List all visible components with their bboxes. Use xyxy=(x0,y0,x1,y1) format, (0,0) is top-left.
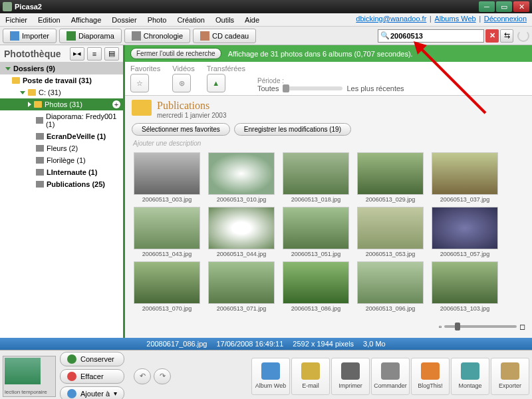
close-button[interactable]: ✕ xyxy=(513,1,529,12)
menu-file[interactable]: Fichier xyxy=(0,15,33,25)
view-toggle-3[interactable]: ▤ xyxy=(104,47,119,61)
clear-button[interactable]: Effacer xyxy=(60,369,124,384)
filter-uploaded-button[interactable]: ▲ xyxy=(207,74,225,92)
timeline-button[interactable]: Chronologie xyxy=(124,29,190,43)
thumb-image xyxy=(208,207,275,249)
tree-c[interactable]: C: (31) xyxy=(0,86,123,98)
thumbnail[interactable]: 20060513_070.jpg xyxy=(132,261,202,312)
thumbnail[interactable]: 20060513_096.jpg xyxy=(355,261,426,312)
tree-dossiers[interactable]: Dossiers (9) xyxy=(0,63,123,74)
thumb-caption: 20060513_003.jpg xyxy=(132,196,202,203)
action-icon xyxy=(461,362,479,380)
thumb-image xyxy=(357,261,424,304)
filter-favorites-button[interactable]: ☆ xyxy=(130,74,149,92)
slider-knob[interactable] xyxy=(283,84,289,92)
thumbnail[interactable]: 20060513_003.jpg xyxy=(132,152,202,203)
save-changes-button[interactable]: Enregistrer les modifications (19) xyxy=(234,123,351,136)
rotate-right-button[interactable]: ↷ xyxy=(154,368,171,384)
thumb-icon xyxy=(36,181,44,188)
albums-web-link[interactable]: Albums Web xyxy=(434,15,475,23)
action-commander[interactable]: Commander xyxy=(371,358,410,395)
menu-photo[interactable]: Photo xyxy=(142,15,172,25)
tree-item-label: Diaporama: Fredy001 (1) xyxy=(46,112,120,128)
period-slider[interactable] xyxy=(283,86,342,90)
sidebar: Photothèque ▸◂ ≡ ▤ Dossiers (9) Poste de… xyxy=(0,45,125,338)
thumbnail[interactable]: 20060513_051.jpg xyxy=(281,207,351,257)
thumbnail[interactable]: 20060513_018.jpg xyxy=(281,152,351,203)
user-links: dbicking@wanadoo.fr | Albums Web | Décon… xyxy=(354,15,528,23)
tree-item[interactable]: LInternaute (1) xyxy=(0,166,123,178)
menu-tools[interactable]: Outils xyxy=(210,15,239,25)
action-exporter[interactable]: Exporter xyxy=(491,358,529,395)
import-label: Importer xyxy=(22,32,49,40)
user-email[interactable]: dbicking@wanadoo.fr xyxy=(356,15,426,23)
menu-view[interactable]: Affichage xyxy=(66,15,107,25)
thumbnail[interactable]: 20060513_103.jpg xyxy=(430,261,500,312)
thumb-image xyxy=(432,152,498,195)
minimize-button[interactable]: ─ xyxy=(479,1,495,12)
thumb-image xyxy=(208,261,275,304)
thumbnail[interactable]: 20060513_057.jpg xyxy=(430,207,500,257)
menu-folder[interactable]: Dossier xyxy=(106,15,142,25)
rotate-left-button[interactable]: ↶ xyxy=(134,368,151,384)
album-header: Publications mercredi 1 janvier 2003 xyxy=(125,96,532,123)
thumbnail[interactable]: 20060513_071.jpg xyxy=(206,261,277,312)
thumbnail[interactable]: 20060513_044.jpg xyxy=(206,207,277,257)
thumb-image xyxy=(283,261,349,304)
thumbnail[interactable]: 20060513_043.jpg xyxy=(132,207,202,257)
action-imprimer[interactable]: Imprimer xyxy=(331,358,370,395)
menu-create[interactable]: Création xyxy=(172,15,210,25)
tree-item[interactable]: EcranDeVeille (1) xyxy=(0,130,123,142)
logout-link[interactable]: Déconnexion xyxy=(484,15,527,23)
thumb-icon xyxy=(36,133,44,140)
clear-search-button[interactable]: ✕ xyxy=(485,29,499,43)
add-to-button[interactable]: Ajouter à ▾ xyxy=(60,386,124,400)
tree-poste[interactable]: Poste de travail (31) xyxy=(0,74,123,86)
thumb-caption: 20060513_051.jpg xyxy=(281,251,351,257)
large-icon: ◻ xyxy=(519,323,525,331)
tree-item[interactable]: Publications (25) xyxy=(0,178,123,190)
clear-icon xyxy=(67,372,76,381)
tree-item-label: Florilège (1) xyxy=(47,156,86,164)
gift-cd-button[interactable]: CD cadeau xyxy=(193,29,256,43)
info-filename: 20080617_086.jpg xyxy=(146,340,207,348)
size-knob[interactable] xyxy=(455,323,460,331)
action-album-web[interactable]: Album Web xyxy=(251,358,290,395)
close-search-button[interactable]: Fermer l'outil de recherche xyxy=(130,48,221,59)
import-button[interactable]: Importer xyxy=(3,29,57,43)
thumbnail[interactable]: 20060513_010.jpg xyxy=(206,152,277,203)
slideshow-button[interactable]: Diaporama xyxy=(59,29,122,43)
action-buttons: Album WebE-mailImprimerCommanderBlogThis… xyxy=(251,358,529,395)
menu-edit[interactable]: Edition xyxy=(33,15,66,25)
photo-tray[interactable]: lection temporaire xyxy=(3,356,56,397)
expand-icon[interactable]: + xyxy=(112,100,120,108)
thumb-icon xyxy=(36,157,44,164)
select-favorites-button[interactable]: Sélectionner mes favorites xyxy=(132,123,230,136)
keep-label: Conserver xyxy=(80,355,114,363)
tree-item[interactable]: Fleurs (2) xyxy=(0,142,123,154)
tree-photos-label: Photos (31) xyxy=(45,100,82,108)
search-options-button[interactable]: ⇆ xyxy=(500,29,513,43)
maximize-button[interactable]: ▭ xyxy=(496,1,512,12)
thumbnail[interactable]: 20060513_086.jpg xyxy=(281,261,351,312)
album-description[interactable]: Ajouter une description xyxy=(125,138,532,148)
thumb-size-slider[interactable]: ▫ ◻ xyxy=(439,322,525,331)
library-header: Photothèque ▸◂ ≡ ▤ xyxy=(0,45,123,63)
action-e-mail[interactable]: E-mail xyxy=(291,358,330,395)
thumbnail[interactable]: 20060513_053.jpg xyxy=(355,207,426,257)
action-blogthis-[interactable]: BlogThis! xyxy=(411,358,450,395)
thumbnail[interactable]: 20060513_029.jpg xyxy=(355,152,426,203)
thumb-caption: 20060513_018.jpg xyxy=(281,196,351,203)
action-montage[interactable]: Montage xyxy=(451,358,489,395)
thumbnail[interactable]: 20060513_037.jpg xyxy=(430,152,500,203)
keep-button[interactable]: Conserver xyxy=(60,352,124,366)
menu-help[interactable]: Aide xyxy=(239,15,265,25)
tree-photos[interactable]: Photos (31)+ xyxy=(0,98,123,110)
tree-item-label: Publications (25) xyxy=(47,180,105,188)
view-toggle-2[interactable]: ≡ xyxy=(87,47,102,61)
view-toggle-1[interactable]: ▸◂ xyxy=(70,47,84,61)
tree-item[interactable]: Diaporama: Fredy001 (1) xyxy=(0,110,123,130)
search-input[interactable] xyxy=(378,29,484,43)
filter-videos-button[interactable]: ⊛ xyxy=(172,74,191,92)
tree-item[interactable]: Florilège (1) xyxy=(0,154,123,166)
